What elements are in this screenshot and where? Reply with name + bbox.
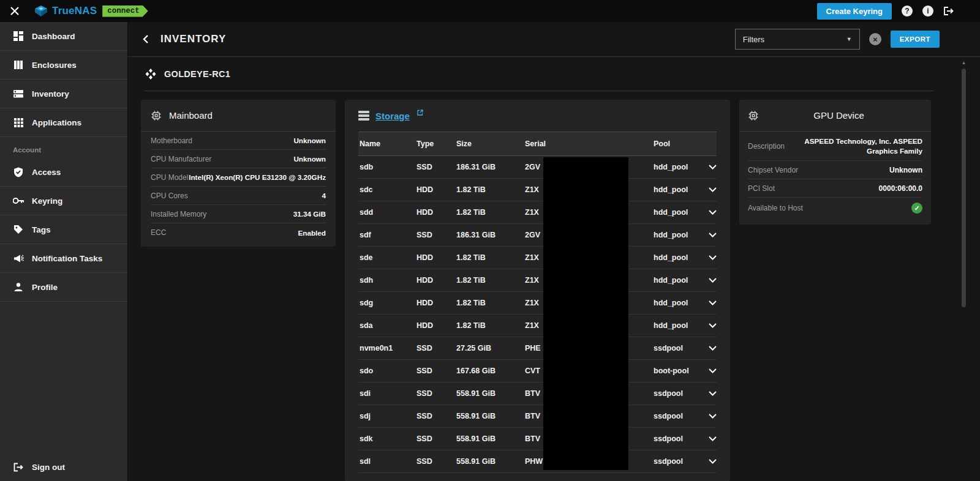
column-header-type: Type: [415, 140, 455, 148]
connect-badge: connect: [102, 6, 148, 17]
chevron-down-icon[interactable]: [701, 368, 717, 373]
cell-pool[interactable]: hdd_pool: [652, 321, 701, 330]
cell-pool[interactable]: hdd_pool: [652, 231, 701, 239]
table-row: sdd HDD 1.82 TiB Z1X hdd_pool: [358, 201, 717, 224]
chevron-down-icon[interactable]: [701, 165, 717, 170]
cell-name: sdg: [358, 299, 415, 307]
cell-size: 27.25 GiB: [455, 344, 524, 352]
scrollbar-thumb[interactable]: [962, 69, 966, 307]
cell-size: 1.82 TiB: [455, 208, 524, 217]
help-icon[interactable]: ?: [902, 6, 913, 17]
sidebar-item-tags[interactable]: Tags: [0, 215, 127, 244]
chevron-down-icon[interactable]: [701, 210, 717, 215]
sidebar-item-label: Applications: [32, 118, 81, 127]
chevron-down-icon[interactable]: [701, 278, 717, 283]
sidebar-item-enclosures[interactable]: Enclosures: [0, 51, 127, 80]
divider: [144, 91, 934, 91]
check-circle-icon: ✓: [911, 203, 922, 214]
sidebar-item-notification-tasks[interactable]: Notification Tasks: [0, 244, 127, 273]
cell-type: SSD: [415, 389, 455, 398]
create-keyring-button[interactable]: Create Keyring: [817, 3, 892, 20]
external-link-icon: [417, 110, 423, 116]
page-header: INVENTORY Filters ▼ × EXPORT: [128, 22, 980, 57]
chevron-down-icon[interactable]: [701, 233, 717, 237]
sidebar-item-label: Profile: [32, 283, 58, 292]
gpu-card: GPU Device Description ASPEED Technology…: [739, 100, 931, 225]
chevron-down-icon[interactable]: [701, 346, 717, 351]
cell-pool[interactable]: ssdpool: [652, 344, 701, 352]
info-icon[interactable]: i: [922, 6, 933, 17]
chevron-down-icon[interactable]: [701, 187, 717, 192]
sidebar-item-profile[interactable]: Profile: [0, 273, 127, 302]
cell-pool[interactable]: ssdpool: [652, 457, 701, 466]
main-area: INVENTORY Filters ▼ × EXPORT GOLDEYE-RC1: [128, 22, 980, 481]
sidebar-item-dashboard[interactable]: Dashboard: [0, 22, 127, 51]
sidebar-item-access[interactable]: Access: [0, 158, 127, 187]
scroll-up-arrow-icon[interactable]: ▲: [961, 60, 967, 66]
spec-label: Available to Host: [748, 204, 803, 212]
cell-type: HDD: [415, 299, 455, 307]
sidebar-item-label: Enclosures: [32, 61, 77, 70]
spec-label: ECC: [151, 228, 166, 237]
table-row: sdo SSD 167.68 GiB CVT boot-pool: [358, 360, 717, 382]
chevron-down-icon[interactable]: [701, 414, 717, 419]
cell-pool[interactable]: hdd_pool: [652, 253, 701, 262]
truenas-brand: TrueNAS connect: [34, 5, 148, 17]
vertical-scrollbar[interactable]: ▲: [961, 60, 967, 479]
cpu-chip-icon: [151, 110, 162, 121]
cell-pool[interactable]: hdd_pool: [652, 185, 701, 194]
spec-label: Installed Memory: [151, 210, 206, 218]
chevron-down-icon[interactable]: [701, 300, 717, 305]
spec-label: PCI Slot: [748, 184, 775, 193]
table-row: nvme0n1 SSD 27.25 GiB PHE ssdpool: [358, 337, 717, 360]
tag-icon: [13, 225, 24, 234]
person-icon: [13, 282, 24, 292]
clear-filters-icon[interactable]: ×: [869, 33, 881, 45]
spec-label: Motherboard: [151, 136, 192, 145]
spec-row: Installed Memory 31.34 GiB: [151, 205, 326, 223]
chevron-down-icon[interactable]: [701, 459, 717, 464]
cell-pool[interactable]: ssdpool: [652, 434, 701, 443]
cell-pool[interactable]: hdd_pool: [652, 299, 701, 307]
cell-name: sdc: [358, 185, 415, 194]
cell-type: HDD: [415, 185, 455, 194]
sidebar-item-inventory[interactable]: Inventory: [0, 80, 127, 108]
cell-pool[interactable]: hdd_pool: [652, 208, 701, 217]
sidebar-item-keyring[interactable]: Keyring: [0, 187, 127, 215]
logout-icon[interactable]: [943, 6, 954, 16]
cell-type: HDD: [415, 321, 455, 330]
storage-link[interactable]: Storage: [375, 111, 410, 121]
table-row: sdg HDD 1.82 TiB Z1X hdd_pool: [358, 292, 717, 315]
spec-row: CPU Cores 4: [151, 187, 326, 205]
filters-dropdown[interactable]: Filters ▼: [735, 29, 860, 50]
spec-row: Available to Host ✓: [748, 198, 922, 218]
cell-type: SSD: [415, 367, 455, 375]
megaphone-icon: [13, 254, 24, 263]
mainboard-card: Mainboard Motherboard Unknown CPU Manufa…: [141, 100, 336, 247]
chevron-down-icon[interactable]: [701, 391, 717, 396]
cell-pool[interactable]: boot-pool: [652, 367, 701, 375]
cell-type: SSD: [415, 434, 455, 443]
cell-pool[interactable]: ssdpool: [652, 389, 701, 398]
cell-size: 167.68 GiB: [455, 367, 524, 375]
chevron-down-icon[interactable]: [701, 323, 717, 328]
sidebar-item-label: Keyring: [32, 196, 62, 206]
cell-pool[interactable]: hdd_pool: [652, 163, 701, 171]
storage-table-body: sdb SSD 186.31 GiB 2GV hdd_pool: [358, 156, 717, 473]
table-row: sdj SSD 558.91 GiB BTV ssdpool: [358, 405, 717, 428]
sign-out-button[interactable]: Sign out: [0, 455, 127, 481]
table-row: sdk SSD 558.91 GiB BTV ssdpool: [358, 428, 717, 450]
chevron-down-icon[interactable]: [701, 255, 717, 260]
sidebar-item-applications[interactable]: Applications: [0, 108, 127, 137]
close-icon[interactable]: [9, 5, 21, 17]
back-chevron-icon[interactable]: [141, 33, 154, 45]
sidebar-item-label: Notification Tasks: [32, 254, 102, 263]
chevron-down-icon[interactable]: [701, 436, 717, 441]
spec-value: Unknown: [889, 166, 922, 174]
export-button[interactable]: EXPORT: [891, 31, 940, 48]
chevron-down-icon: ▼: [846, 36, 852, 42]
cell-name: sdh: [358, 276, 415, 285]
cell-pool[interactable]: hdd_pool: [652, 276, 701, 285]
sidebar-item-label: Dashboard: [32, 32, 75, 41]
cell-pool[interactable]: ssdpool: [652, 412, 701, 420]
